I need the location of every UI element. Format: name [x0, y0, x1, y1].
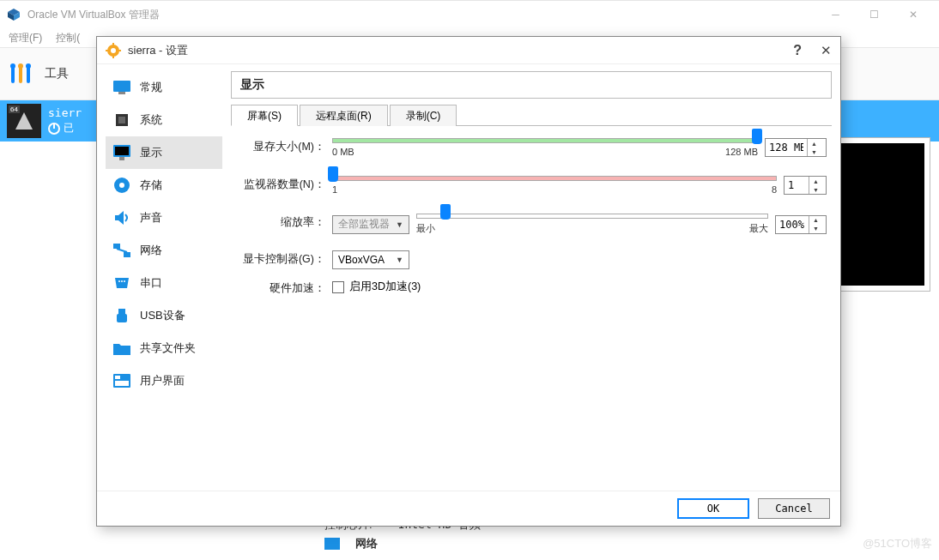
vram-min-label: 0 MB — [332, 147, 354, 157]
spin-up[interactable]: ▲ — [809, 216, 822, 225]
chevron-down-icon: ▼ — [396, 220, 403, 229]
monitors-spinbox[interactable]: ▲▼ — [784, 176, 827, 195]
close-button[interactable]: ✕ — [894, 1, 932, 28]
vram-slider[interactable]: 0 MB 128 MB — [332, 138, 758, 157]
dialog-close-button[interactable]: ✕ — [821, 43, 832, 58]
power-icon — [48, 123, 60, 135]
settings-dialog: sierra - 设置 ? ✕ 常规 系统 显示 存储 — [96, 36, 841, 527]
scale-slider-thumb[interactable] — [440, 204, 451, 220]
svg-point-11 — [111, 48, 116, 53]
svg-marker-25 — [115, 211, 124, 225]
monitors-slider-thumb[interactable] — [328, 166, 338, 182]
spin-up[interactable]: ▲ — [808, 139, 821, 148]
svg-rect-36 — [115, 376, 120, 379]
menu-file[interactable]: 管理(F) — [9, 31, 42, 45]
scale-slider[interactable]: 最小 最大 — [416, 214, 768, 235]
sidebar-item-usb[interactable]: USB设备 — [106, 299, 222, 332]
maximize-button[interactable]: ☐ — [855, 1, 894, 28]
sidebar-item-network[interactable]: 网络 — [106, 234, 222, 267]
tools-label[interactable]: 工具 — [45, 66, 69, 81]
scale-label: 缩放率： — [236, 214, 325, 230]
sidebar-item-audio[interactable]: 声音 — [106, 202, 222, 234]
storage-icon — [112, 176, 131, 195]
menu-control[interactable]: 控制( — [56, 31, 80, 45]
monitors-slider[interactable]: 1 8 — [332, 176, 777, 195]
vm-thumbnail: 64 — [7, 104, 41, 138]
scale-input[interactable] — [776, 216, 809, 233]
svg-rect-19 — [118, 117, 125, 123]
spin-up[interactable]: ▲ — [809, 177, 822, 185]
spin-down[interactable]: ▼ — [808, 148, 821, 156]
gpu-combo[interactable]: VBoxVGA ▼ — [332, 250, 409, 269]
help-button[interactable]: ? — [793, 43, 802, 58]
scale-max-label: 最大 — [749, 222, 768, 235]
scale-monitor-combo[interactable]: 全部监视器 ▼ — [332, 215, 409, 234]
enable-3d-checkbox[interactable] — [332, 281, 344, 293]
svg-rect-37 — [115, 381, 129, 386]
row-vram: 显存大小(M)： 0 MB 128 MB — [236, 138, 827, 157]
monitors-input[interactable] — [785, 177, 809, 194]
network-label: 网络 — [355, 536, 378, 551]
main-titlebar: Oracle VM VirtualBox 管理器 ─ ☐ ✕ — [0, 1, 939, 28]
svg-point-32 — [124, 280, 125, 282]
cancel-button[interactable]: Cancel — [758, 498, 830, 519]
svg-rect-13 — [112, 55, 114, 58]
sidebar-item-system[interactable]: 系统 — [106, 104, 222, 136]
scale-spinbox[interactable]: ▲▼ — [775, 215, 827, 234]
svg-point-31 — [121, 280, 123, 282]
vram-slider-thumb[interactable] — [752, 129, 762, 144]
svg-rect-15 — [118, 50, 121, 51]
sidebar-item-display[interactable]: 显示 — [106, 136, 222, 169]
vram-input[interactable] — [766, 139, 807, 156]
vm-name: sierr — [48, 106, 82, 119]
dialog-buttons: OK Cancel — [97, 491, 840, 526]
chevron-down-icon: ▼ — [396, 256, 403, 264]
virtualbox-icon — [7, 8, 21, 21]
vm-preview[interactable] — [832, 137, 930, 292]
tab-screen[interactable]: 屏幕(S) — [231, 105, 298, 126]
svg-point-24 — [119, 183, 124, 188]
tab-remote[interactable]: 远程桌面(R) — [300, 105, 388, 126]
svg-point-6 — [10, 63, 15, 69]
general-icon — [112, 78, 131, 97]
system-icon — [112, 111, 131, 129]
svg-rect-17 — [118, 92, 125, 94]
svg-rect-26 — [113, 244, 120, 249]
preview-panel — [832, 137, 930, 292]
monitors-min-label: 1 — [332, 184, 337, 195]
sidebar-item-shared-folder[interactable]: 共享文件夹 — [106, 332, 222, 364]
tab-record[interactable]: 录制(C) — [390, 105, 457, 126]
sidebar-item-serial[interactable]: 串口 — [106, 267, 222, 299]
vram-spinbox[interactable]: ▲▼ — [765, 138, 827, 157]
svg-rect-21 — [115, 147, 129, 155]
svg-line-28 — [117, 249, 127, 252]
spin-down[interactable]: ▼ — [809, 225, 822, 233]
spin-down[interactable]: ▼ — [809, 185, 822, 194]
monitors-max-label: 8 — [772, 184, 777, 195]
ok-button[interactable]: OK — [677, 498, 749, 519]
enable-3d-checkbox-row[interactable]: 启用3D加速(3) — [332, 280, 421, 294]
svg-point-30 — [118, 280, 120, 282]
watermark: @51CTO博客 — [863, 536, 932, 551]
sidebar-item-general[interactable]: 常规 — [106, 71, 222, 104]
display-icon — [112, 143, 131, 162]
vram-max-label: 128 MB — [725, 147, 758, 157]
tools-icon — [7, 59, 36, 88]
tab-content-screen: 显存大小(M)： 0 MB 128 MB — [231, 126, 832, 301]
row-gpu: 显卡控制器(G)： VBoxVGA ▼ — [236, 250, 827, 269]
ui-icon — [112, 371, 131, 390]
monitors-label: 监视器数量(N)： — [236, 176, 325, 192]
row-monitors: 监视器数量(N)： 1 8 — [236, 176, 827, 195]
svg-rect-27 — [124, 252, 130, 257]
minimize-button[interactable]: ─ — [816, 1, 855, 28]
serial-icon — [112, 274, 131, 292]
sidebar-item-storage[interactable]: 存储 — [106, 169, 222, 202]
svg-marker-29 — [115, 278, 129, 288]
settings-content: 显示 屏幕(S) 远程桌面(R) 录制(C) 显存大小(M)： — [231, 71, 832, 485]
row-scale: 缩放率： 全部监视器 ▼ 最小 最大 — [236, 214, 827, 235]
network-icon — [112, 241, 131, 260]
sidebar-item-ui[interactable]: 用户界面 — [106, 364, 222, 397]
svg-rect-16 — [113, 81, 130, 92]
settings-sidebar: 常规 系统 显示 存储 声音 网络 — [106, 71, 222, 485]
svg-point-8 — [26, 63, 31, 69]
